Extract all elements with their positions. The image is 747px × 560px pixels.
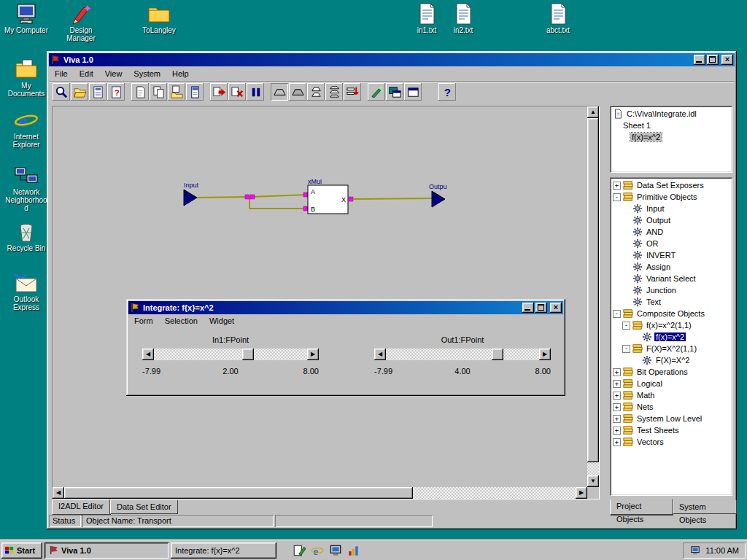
tab-project-objects[interactable]: Project Objects <box>610 499 673 515</box>
scroll-up-button[interactable]: ▲ <box>587 106 599 118</box>
wire[interactable] <box>353 198 432 199</box>
tree-item-f-x-x-2[interactable]: F(X)=X^2 <box>611 354 731 366</box>
expand-box-icon[interactable]: + <box>613 403 621 411</box>
tray-display-icon[interactable] <box>689 545 701 556</box>
tree-item-and[interactable]: AND <box>611 226 731 238</box>
system-doc-button[interactable] <box>89 83 107 101</box>
wire-node[interactable] <box>250 195 255 199</box>
widget-outline-button[interactable] <box>271 83 288 101</box>
schematic-canvas[interactable]: Input xMul A B X Outpu <box>53 106 587 487</box>
menu-help[interactable]: Help <box>166 68 195 79</box>
desktop-icon-my-documents[interactable]: My Documents <box>4 58 48 98</box>
slider-thumb[interactable] <box>492 349 503 360</box>
scroll-right-button[interactable]: ▶ <box>576 487 587 499</box>
cascade-windows-button[interactable] <box>386 83 403 101</box>
tab-data-set-editor[interactable]: Data Set Editor <box>110 500 178 514</box>
compile-button[interactable] <box>210 83 228 101</box>
tree-item-primitive-objects[interactable]: -Primitive Objects <box>611 191 731 203</box>
expand-box-icon[interactable]: + <box>613 438 621 446</box>
menu-system[interactable]: System <box>128 68 166 79</box>
tree-item-composite-objects[interactable]: -Composite Objects <box>611 308 731 319</box>
tree-item-f-x-x-2-1-1[interactable]: -F(X)=X^2(1,1) <box>611 343 731 354</box>
stop-button[interactable] <box>228 83 246 101</box>
tree-item-or[interactable]: OR <box>611 238 731 249</box>
taskbar-clock[interactable]: 11:00 AM <box>705 546 739 555</box>
tree-item-data-set-exposers[interactable]: +Data Set Exposers <box>611 179 731 191</box>
port-x-node[interactable] <box>349 197 353 201</box>
expand-box-icon[interactable]: + <box>613 415 621 423</box>
scroll-left-button[interactable]: ◀ <box>53 487 64 499</box>
slider-thumb[interactable] <box>242 349 254 360</box>
tree-item-system-low-level[interactable]: +System Low Level <box>611 413 731 424</box>
maximize-button[interactable] <box>535 303 547 313</box>
out1-slider[interactable]: ◀ ▶ <box>374 349 551 360</box>
new-window-button[interactable] <box>404 83 422 101</box>
tree-item-text[interactable]: Text <box>611 296 731 308</box>
slider-right-arrow[interactable]: ▶ <box>539 349 551 360</box>
desktop-icon-network-neighborhood[interactable]: Network Neighborhood <box>4 165 48 212</box>
minimize-button[interactable] <box>694 55 705 65</box>
taskbar-button-viva[interactable]: Viva 1.0 <box>44 542 169 559</box>
tab-i2adl-editor[interactable]: I2ADL Editor <box>52 499 110 515</box>
tree-item-junction[interactable]: Junction <box>611 284 731 296</box>
output-transport-symbol[interactable] <box>432 191 445 207</box>
desktop-icon-my-computer[interactable]: My Computer <box>4 3 48 34</box>
desktop-icon-abct-txt[interactable]: abct.txt <box>538 3 578 34</box>
desktop-icon-tolangley[interactable]: ToLangley <box>136 3 182 34</box>
new-sheet-button[interactable] <box>131 83 149 101</box>
expand-box-icon[interactable]: + <box>613 392 621 400</box>
tree-item-vectors[interactable]: +Vectors <box>611 436 731 448</box>
tree-item-nets[interactable]: +Nets <box>611 401 731 413</box>
sheet-properties-button[interactable] <box>186 83 204 101</box>
desktop-icon-internet-explorer[interactable]: e Internet Explorer <box>4 109 48 149</box>
collapse-box-icon[interactable]: - <box>613 310 621 318</box>
slider-right-arrow[interactable]: ▶ <box>307 349 319 360</box>
integrate-menu-selection[interactable]: Selection <box>159 315 204 327</box>
tree-item-c-viva-integrate-idl[interactable]: C:\Viva\Integrate.idl <box>611 108 731 120</box>
integrate-titlebar[interactable]: Integrate: f{x}=x^2 × <box>128 301 563 314</box>
desktop-icon-design-manager[interactable]: Design Manager <box>58 3 104 42</box>
expand-box-icon[interactable]: + <box>613 368 621 376</box>
slider-track[interactable] <box>154 349 307 360</box>
desktop-icon-outlook-express[interactable]: Outlook Express <box>4 272 48 311</box>
pause-button[interactable] <box>247 83 264 101</box>
close-button[interactable]: × <box>550 303 562 313</box>
tree-item-f-x-x-2[interactable]: f(x)=x^2 <box>611 131 731 143</box>
taskbar-button-integrate[interactable]: Integrate: f{x}=x^2 <box>171 542 276 559</box>
desktop-icon-recycle-bin[interactable]: Recycle Bin <box>4 221 48 252</box>
wire[interactable] <box>251 195 307 197</box>
widget-filled-button[interactable] <box>289 83 306 101</box>
taskbar-monitor-icon[interactable] <box>329 544 342 557</box>
integrate-menu-form[interactable]: Form <box>128 315 159 327</box>
integrate-menu-widget[interactable]: Widget <box>204 315 240 327</box>
slider-left-arrow[interactable]: ◀ <box>374 349 386 360</box>
collapse-box-icon[interactable]: - <box>613 193 621 201</box>
tree-item-math[interactable]: +Math <box>611 389 731 401</box>
wire[interactable] <box>197 197 247 198</box>
widget-double-button[interactable] <box>307 83 325 101</box>
help-button[interactable]: ? <box>438 83 456 101</box>
vertical-scroll-thumb[interactable] <box>587 118 599 462</box>
widget-export-button[interactable] <box>344 83 361 101</box>
port-b-node[interactable] <box>303 206 308 211</box>
in1-slider[interactable]: ◀ ▶ <box>142 349 319 360</box>
tree-item-test-sheets[interactable]: +Test Sheets <box>611 424 731 436</box>
tree-item-f-x-x-2-1-1[interactable]: -f(x)=x^2(1,1) <box>611 319 731 331</box>
open-button[interactable] <box>71 83 88 101</box>
menu-edit[interactable]: Edit <box>74 68 99 79</box>
find-button[interactable] <box>53 83 70 101</box>
wire[interactable] <box>249 198 303 209</box>
tree-item-output[interactable]: Output <box>611 214 731 226</box>
minimize-button[interactable] <box>522 303 534 313</box>
vertical-scrollbar[interactable]: ▲ ▼ <box>587 106 599 487</box>
tree-item-f-x-x-2[interactable]: f(x)=x^2 <box>611 331 731 343</box>
tree-item-variant-select[interactable]: Variant Select <box>611 273 731 284</box>
wire-node[interactable] <box>245 195 249 199</box>
taskbar-ie-icon[interactable]: e <box>311 544 324 557</box>
tree-item-sheet-1[interactable]: Sheet 1 <box>611 120 731 131</box>
port-a-node[interactable] <box>303 192 308 197</box>
tree-item-assign[interactable]: Assign <box>611 261 731 273</box>
tree-item-logical[interactable]: +Logical <box>611 378 731 389</box>
collapse-box-icon[interactable]: - <box>622 322 630 330</box>
tree-item-bit-operations[interactable]: +Bit Operations <box>611 366 731 378</box>
